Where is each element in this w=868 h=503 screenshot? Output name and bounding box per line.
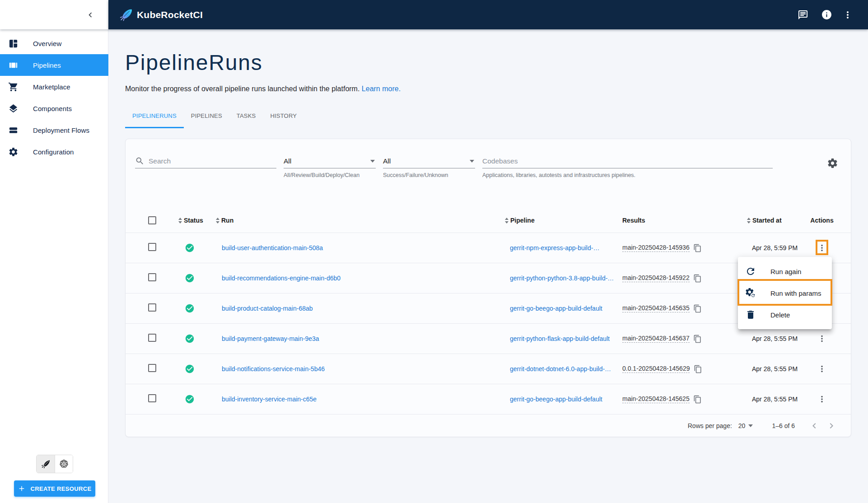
sidebar-item-deployment-flows[interactable]: Deployment Flows	[0, 119, 108, 141]
sidebar-collapse-button[interactable]	[82, 7, 98, 23]
row-checkbox[interactable]	[148, 394, 156, 402]
run-link[interactable]: build-recommendations-engine-main-d6b0	[222, 275, 341, 282]
tab-pipelineruns[interactable]: PIPELINERUNS	[125, 107, 184, 128]
info-icon	[821, 9, 832, 20]
copy-button[interactable]	[693, 334, 702, 343]
row-actions-kebab-button[interactable]	[815, 392, 829, 406]
started-at-value: Apr 28, 5:55 PM	[747, 365, 807, 373]
results-link[interactable]: main-20250428-145936	[622, 244, 690, 252]
type-filter-value: All	[284, 157, 291, 165]
pipeline-link[interactable]: gerrit-go-beego-app-build-default	[510, 396, 602, 403]
rows-per-page-value: 20	[738, 422, 746, 429]
pipeline-link[interactable]: gerrit-python-python-3.8-app-build-…	[510, 275, 614, 282]
rocket-icon	[41, 459, 51, 469]
sort-icon	[216, 218, 219, 224]
row-checkbox[interactable]	[148, 303, 156, 312]
sidebar-item-label: Components	[33, 105, 72, 112]
next-page-button[interactable]	[826, 420, 837, 431]
create-resource-button[interactable]: CREATE RESOURCE	[14, 480, 95, 497]
row-checkbox[interactable]	[148, 273, 156, 281]
pipeline-link[interactable]: gerrit-go-beego-app-build-default	[510, 305, 602, 312]
copy-button[interactable]	[693, 243, 702, 252]
status-filter-helper: Success/Failure/Unknown	[383, 172, 475, 178]
sidebar-item-pipelines[interactable]: Pipelines	[0, 54, 108, 76]
type-filter-select[interactable]: All All/Review/Build/Deploy/Clean	[284, 154, 376, 178]
pagination-range: 1–6 of 6	[772, 422, 795, 429]
codebases-field[interactable]: Codebases Applications, libraries, autot…	[482, 154, 773, 178]
rows-per-page-label: Rows per page:	[688, 422, 732, 429]
copy-icon	[693, 244, 702, 252]
sidebar-item-label: Deployment Flows	[33, 126, 89, 134]
status-filter-select[interactable]: All Success/Failure/Unknown	[383, 154, 475, 178]
results-link[interactable]: main-20250428-145625	[622, 395, 690, 403]
brand[interactable]: KubeRocketCI	[108, 8, 203, 22]
menu-item-run-again[interactable]: Run again	[738, 261, 832, 282]
copy-button[interactable]	[693, 274, 702, 283]
feedback-button[interactable]	[794, 6, 812, 24]
cart-icon	[8, 81, 19, 92]
pipeline-link[interactable]: gerrit-dotnet-dotnet-6.0-app-build-…	[510, 365, 611, 373]
sidebar-header	[0, 0, 108, 29]
row-actions-kebab-button[interactable]	[815, 241, 829, 255]
row-checkbox[interactable]	[148, 364, 156, 372]
run-params-icon	[745, 288, 756, 298]
results-link[interactable]: main-20250428-145635	[622, 304, 690, 312]
dropdown-arrow-icon	[470, 160, 474, 163]
kuberocketci-toggle-button[interactable]	[37, 455, 55, 473]
tabs: PIPELINERUNS PIPELINES TASKS HISTORY	[125, 107, 851, 128]
run-link[interactable]: build-user-authentication-main-508a	[222, 244, 323, 252]
run-link[interactable]: build-payment-gateway-main-9e3a	[222, 335, 319, 342]
run-link[interactable]: build-inventory-service-main-c65e	[222, 396, 317, 403]
dropdown-arrow-icon	[748, 424, 753, 427]
create-resource-label: CREATE RESOURCE	[30, 485, 91, 492]
column-label: Started at	[752, 217, 782, 224]
select-all-checkbox[interactable]	[148, 216, 156, 224]
column-pipeline[interactable]: Pipeline	[505, 217, 622, 224]
results-link[interactable]: main-20250428-145637	[622, 335, 690, 343]
copy-icon	[693, 395, 702, 404]
copy-button[interactable]	[693, 395, 702, 404]
sidebar-item-label: Pipelines	[33, 61, 61, 69]
run-link[interactable]: build-product-catalog-main-68ab	[222, 305, 313, 312]
menu-item-delete[interactable]: Delete	[738, 304, 832, 326]
row-checkbox[interactable]	[148, 334, 156, 342]
header-kebab-button[interactable]	[839, 6, 857, 24]
copy-button[interactable]	[693, 364, 702, 373]
sidebar-item-components[interactable]: Components	[0, 98, 108, 119]
sidebar-item-configuration[interactable]: Configuration	[0, 141, 108, 163]
column-label: Pipeline	[510, 217, 535, 224]
info-button[interactable]	[817, 6, 835, 24]
run-link[interactable]: build-notifications-service-main-5b46	[222, 365, 325, 373]
results-link[interactable]: 0.0.1-20250428-145629	[622, 365, 690, 373]
search-field[interactable]: Search	[135, 154, 276, 168]
app-title: KubeRocketCI	[137, 9, 203, 20]
tab-history[interactable]: HISTORY	[263, 107, 304, 128]
sidebar-item-overview[interactable]: Overview	[0, 33, 108, 54]
results-link[interactable]: main-20250428-145922	[622, 274, 690, 282]
row-actions-kebab-button[interactable]	[815, 331, 829, 346]
previous-page-button[interactable]	[809, 420, 820, 431]
menu-item-run-with-params[interactable]: Run with params	[738, 282, 832, 304]
column-status[interactable]: Status	[178, 217, 216, 224]
chevron-left-icon	[85, 10, 95, 20]
column-results: Results	[622, 217, 747, 224]
row-actions-kebab-button[interactable]	[815, 362, 829, 376]
type-filter-helper: All/Review/Build/Deploy/Clean	[284, 172, 376, 178]
learn-more-link[interactable]: Learn more.	[362, 85, 401, 93]
pipeline-link[interactable]: gerrit-python-flask-app-build-default	[510, 335, 610, 342]
copy-button[interactable]	[693, 304, 702, 313]
pipeline-link[interactable]: gerrit-npm-express-app-build-…	[510, 244, 599, 252]
column-run[interactable]: Run	[216, 217, 505, 224]
sidebar-item-marketplace[interactable]: Marketplace	[0, 76, 108, 98]
sort-icon	[747, 218, 751, 224]
sidebar: Overview Pipelines Marketplace Component…	[0, 0, 108, 503]
table-row: build-inventory-service-main-c65e gerrit…	[126, 384, 851, 415]
kubernetes-toggle-button[interactable]	[55, 455, 73, 473]
filter-settings-button[interactable]	[825, 155, 840, 171]
search-icon	[135, 156, 145, 166]
column-started-at[interactable]: Started at	[747, 217, 807, 224]
tab-pipelines[interactable]: PIPELINES	[184, 107, 229, 128]
tab-tasks[interactable]: TASKS	[229, 107, 263, 128]
row-checkbox[interactable]	[148, 243, 156, 251]
rows-per-page-select[interactable]: 20	[738, 422, 754, 429]
